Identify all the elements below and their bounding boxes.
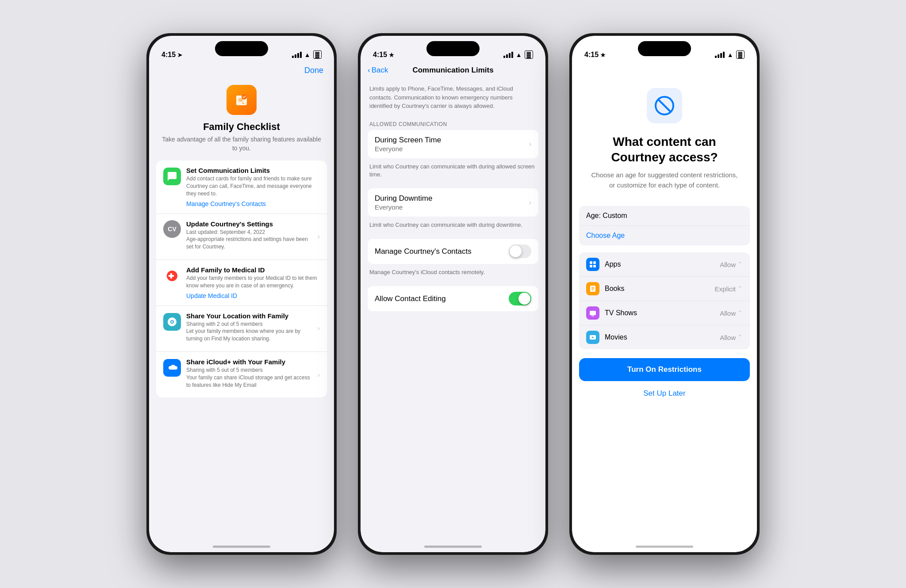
downtime-group: During Downtime Everyone ›: [368, 188, 538, 217]
medical-title: Add Family to Medical ID: [186, 266, 320, 274]
communication-title: Set Communication Limits: [186, 167, 320, 174]
dynamic-island-2: [426, 41, 480, 56]
downtime-chevron: ›: [529, 199, 531, 206]
settings-title: Update Courtney's Settings: [186, 220, 312, 228]
manage-contacts-row[interactable]: Manage Courtney's Contacts: [368, 239, 538, 264]
wifi-icon-3: ▲: [727, 51, 733, 58]
status-icons-2: ▲ ▓: [503, 50, 533, 59]
checklist-hero: Family Checklist Take advantage of all t…: [149, 81, 334, 160]
dynamic-island-1: [215, 41, 268, 56]
checklist-item-icloud[interactable]: Share iCloud+ with Your Family Sharing w…: [156, 352, 327, 397]
tv-row[interactable]: TV Shows Allow ⌃: [579, 301, 750, 325]
svg-line-6: [658, 99, 671, 112]
toggle-thumb-editing: [518, 293, 530, 305]
movies-row[interactable]: Movies Allow ⌃: [579, 325, 750, 349]
status-icons-3: ▲ ▓: [715, 50, 745, 59]
setup-later-link[interactable]: Set Up Later: [572, 385, 757, 402]
checklist-subtitle: Take advantage of all the family sharing…: [160, 135, 323, 153]
nav-bar-2: ‹ Back Communication Limits: [361, 61, 545, 79]
phone3-content: What content can Courtney access? Choose…: [572, 61, 757, 552]
allow-editing-row[interactable]: Allow Contact Editing: [368, 286, 538, 311]
tv-svg: [589, 309, 597, 317]
nav-title-2: Communication Limits: [412, 66, 493, 75]
manage-contacts-link[interactable]: Manage Courtney's Contacts: [186, 200, 320, 207]
communication-icon: [163, 168, 181, 185]
checklist-icon: [234, 92, 250, 108]
restriction-icon: [653, 95, 676, 117]
books-name: Books: [605, 285, 709, 293]
checklist-item-location[interactable]: Share Your Location with Family Sharing …: [156, 306, 327, 352]
age-row: Age: Custom: [579, 206, 750, 226]
star-icon-3: ★: [600, 52, 606, 58]
comm-section-header: Allowed Communication: [361, 118, 545, 130]
checklist-item-settings[interactable]: CV Update Courtney's Settings Last updat…: [156, 214, 327, 260]
status-icons-1: ▲ ▓: [292, 50, 322, 59]
phone-2: 4:15 ★ ▲ ▓: [358, 33, 548, 555]
downtime-title: During Downtime: [375, 194, 432, 203]
svg-rect-8: [593, 261, 596, 264]
age-section: Age: Custom Choose Age: [579, 206, 750, 245]
manage-contacts-left: Manage Courtney's Contacts: [375, 247, 472, 256]
icloud-title: Share iCloud+ with Your Family: [186, 358, 312, 366]
icloud-chevron: ›: [318, 371, 320, 379]
choose-age-link[interactable]: Choose Age: [579, 226, 750, 245]
checklist-title: Family Checklist: [203, 121, 280, 133]
screen-time-chevron: ›: [529, 140, 531, 148]
screen-time-value: Everyone: [375, 145, 441, 153]
movies-value: Allow ⌃: [720, 333, 743, 341]
battery-icon-2: ▓: [525, 50, 533, 59]
star-icon-2: ★: [389, 52, 394, 58]
phone1-screen: 4:15 ➤ ▲ ▓ Done: [149, 36, 334, 552]
medical-cross-icon: [166, 270, 178, 282]
phone-3: 4:15 ★ ▲ ▓: [569, 33, 760, 555]
manage-contacts-desc: Manage Courtney's iCloud contacts remote…: [361, 266, 545, 283]
comm-description: Limits apply to Phone, FaceTime, Message…: [361, 79, 545, 118]
message-icon: [167, 171, 177, 182]
screen-time-group: During Screen Time Everyone ›: [368, 130, 538, 158]
tv-name: TV Shows: [605, 309, 714, 317]
downtime-value: Everyone: [375, 203, 432, 211]
location-icon: ➤: [177, 52, 182, 58]
downtime-row-left: During Downtime Everyone: [375, 194, 432, 211]
location-body: Share Your Location with Family Sharing …: [186, 312, 312, 345]
downtime-right: ›: [529, 199, 531, 206]
back-button[interactable]: ‹ Back: [368, 66, 388, 75]
signal-icon-3: [715, 52, 725, 58]
allow-editing-toggle[interactable]: [509, 292, 531, 305]
downtime-row[interactable]: During Downtime Everyone ›: [368, 188, 538, 217]
phone3-screen: 4:15 ★ ▲ ▓: [572, 36, 757, 552]
toggle-thumb-contacts: [510, 245, 522, 257]
content-items-list: Apps Allow ⌃ Books: [579, 252, 750, 349]
svg-rect-10: [593, 265, 596, 267]
screen-time-row[interactable]: During Screen Time Everyone ›: [368, 130, 538, 158]
contacts-group: Manage Courtney's Contacts: [368, 239, 538, 264]
medical-body: Add Family to Medical ID Add your family…: [186, 266, 320, 299]
turn-on-button[interactable]: Turn On Restrictions: [579, 358, 750, 381]
home-indicator-1: [213, 546, 270, 548]
settings-subtitle: Last updated: September 4, 2022Age-appro…: [186, 229, 312, 251]
svg-rect-15: [590, 311, 596, 315]
communication-body: Set Communication Limits Add contact car…: [186, 167, 320, 207]
screen-time-title: During Screen Time: [375, 136, 441, 145]
settings-body: Update Courtney's Settings Last updated:…: [186, 220, 312, 253]
svg-rect-16: [591, 316, 594, 317]
wifi-icon-2: ▲: [516, 51, 522, 58]
time-1: 4:15: [161, 51, 176, 59]
apps-svg: [589, 260, 597, 268]
apps-icon: [586, 258, 599, 271]
content-subtitle: Choose an age for suggested content rest…: [585, 170, 744, 190]
books-row[interactable]: Books Explicit ⌃: [579, 277, 750, 301]
movies-name: Movies: [605, 333, 714, 341]
update-medical-link[interactable]: Update Medical ID: [186, 292, 320, 299]
done-button[interactable]: Done: [304, 66, 323, 75]
tv-icon: [586, 306, 599, 320]
time-3: 4:15: [584, 51, 599, 59]
apps-row[interactable]: Apps Allow ⌃: [579, 252, 750, 277]
svg-point-4: [171, 321, 173, 323]
checklist-list: Set Communication Limits Add contact car…: [156, 160, 327, 397]
home-indicator-3: [636, 546, 693, 548]
medical-icon-wrap: [163, 267, 181, 285]
books-value: Explicit ⌃: [714, 285, 743, 293]
manage-contacts-toggle[interactable]: [509, 244, 531, 258]
checklist-header: Done: [149, 61, 334, 81]
